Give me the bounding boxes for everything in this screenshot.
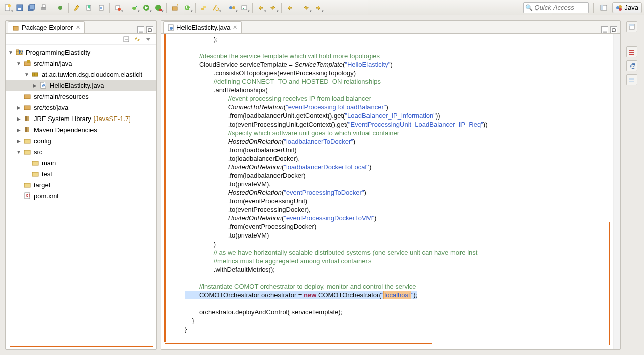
- svg-text:@: @: [630, 63, 635, 69]
- target-node[interactable]: ▶target: [6, 179, 156, 190]
- right-trim: @: [625, 20, 639, 350]
- svg-point-33: [619, 8, 622, 11]
- restore-view-button[interactable]: [626, 21, 637, 32]
- task-button[interactable]: ▾: [239, 2, 250, 13]
- svg-rect-7: [42, 5, 45, 7]
- outline-view-button[interactable]: @: [626, 60, 637, 71]
- open-perspective-button[interactable]: [598, 2, 609, 13]
- editor-panel: HelloElasticity.java ✕ ▁ ▢ ); //describe…: [161, 20, 621, 350]
- editor-tab-label: HelloElasticity.java: [176, 24, 230, 31]
- nav-prev-annot-button[interactable]: ▾: [255, 2, 266, 13]
- svg-point-25: [216, 8, 219, 11]
- svg-rect-54: [24, 139, 30, 143]
- debug-button[interactable]: ▾: [129, 2, 140, 13]
- nav-next-annot-button[interactable]: ▾: [267, 2, 279, 13]
- quick-access[interactable]: 🔍: [523, 2, 589, 13]
- package-node[interactable]: ▼at.ac.tuwien.dsg.cloudcom.elasticit: [6, 69, 156, 80]
- highlight-button[interactable]: [71, 2, 82, 13]
- print-button[interactable]: [38, 2, 49, 13]
- svg-rect-52: [25, 127, 27, 132]
- link-editor-button[interactable]: [133, 35, 141, 43]
- save-button[interactable]: [14, 2, 25, 13]
- maximize-button[interactable]: ▢: [146, 26, 153, 33]
- prev-edit-button[interactable]: [284, 2, 295, 13]
- toggle-mark-button[interactable]: [96, 2, 107, 13]
- maximize-button[interactable]: ▢: [610, 26, 617, 33]
- close-icon[interactable]: ✕: [76, 24, 80, 31]
- new-button[interactable]: ▾: [2, 2, 13, 13]
- workspace: Package Explorer ✕ ▁ ▢ ▼MProgrammingElas…: [0, 15, 644, 355]
- svg-marker-37: [146, 38, 150, 41]
- java-perspective-button[interactable]: Java: [612, 2, 642, 13]
- project-node[interactable]: ▼MProgrammingElasticity: [6, 47, 156, 58]
- src-main-resources-node[interactable]: ▶src/main/resources: [6, 91, 156, 102]
- svg-rect-57: [32, 172, 38, 176]
- svg-rect-58: [24, 183, 30, 187]
- main-toolbar: ▾ ▾ ▾ ▾ ▾ ✦ C▾ ▾ ▾ ▾ ▾ ▾ ▾ ▾ 🔍 Java: [0, 0, 644, 15]
- view-menu-button[interactable]: [144, 35, 152, 43]
- minimize-button[interactable]: ▁: [137, 26, 144, 33]
- svg-rect-53: [27, 127, 29, 132]
- svg-rect-42: [27, 60, 30, 63]
- close-icon[interactable]: ✕: [233, 24, 237, 31]
- src-main-java-node[interactable]: ▼src/main/java: [6, 58, 156, 69]
- bookmark-button[interactable]: [83, 2, 95, 13]
- svg-rect-56: [32, 161, 38, 165]
- sync-button[interactable]: ▾: [227, 2, 238, 13]
- src-node[interactable]: ▼src: [6, 146, 156, 157]
- back-button[interactable]: ▾: [301, 2, 312, 13]
- svg-text:C: C: [186, 4, 190, 11]
- svg-rect-50: [25, 116, 27, 121]
- save-all-button[interactable]: [26, 2, 37, 13]
- svg-text:xml: xml: [25, 192, 30, 199]
- svg-point-27: [232, 6, 235, 9]
- forward-button[interactable]: ▾: [313, 2, 324, 13]
- java-file-icon: [168, 24, 174, 31]
- editor-body[interactable]: ); //describe the service template which…: [161, 34, 620, 349]
- test-folder-node[interactable]: ▶test: [6, 168, 156, 179]
- open-type-button[interactable]: [198, 2, 209, 13]
- svg-rect-69: [629, 78, 634, 80]
- svg-point-13: [118, 8, 121, 11]
- svg-line-16: [136, 6, 137, 7]
- variables-view-button[interactable]: [626, 74, 637, 85]
- selected-text: localhost: [383, 291, 411, 299]
- package-explorer-panel: Package Explorer ✕ ▁ ▢ ▼MProgrammingElas…: [5, 20, 157, 350]
- gutter[interactable]: [161, 34, 181, 349]
- minimize-button[interactable]: ▁: [601, 26, 608, 33]
- svg-rect-64: [629, 24, 634, 26]
- run-button[interactable]: ▾: [141, 2, 152, 13]
- package-explorer-tab[interactable]: Package Explorer ✕: [8, 21, 85, 33]
- explorer-title: Package Explorer: [22, 24, 73, 31]
- search-button[interactable]: ▾: [210, 2, 221, 13]
- project-tree[interactable]: ▼MProgrammingElasticity ▼src/main/java ▼…: [6, 45, 156, 349]
- maven-deps-node[interactable]: ▶Maven Dependencies: [6, 124, 156, 135]
- svg-text:J: J: [43, 82, 46, 88]
- svg-rect-65: [629, 50, 634, 51]
- svg-rect-11: [100, 7, 102, 9]
- editor-diff-bar: [165, 343, 610, 344]
- file-node-selected[interactable]: ▶JHelloElasticity.java: [6, 80, 156, 91]
- editor-tabbar: HelloElasticity.java ✕ ▁ ▢: [161, 21, 620, 34]
- svg-line-15: [131, 6, 132, 7]
- pom-node[interactable]: ▶xmlpom.xml: [6, 190, 156, 201]
- jre-library-node[interactable]: ▶JRE System Library [JavaSE-1.7]: [6, 113, 156, 124]
- svg-rect-55: [24, 150, 30, 154]
- build-button[interactable]: ▾: [112, 2, 123, 13]
- breakpoint-button[interactable]: [55, 2, 66, 13]
- run-last-button[interactable]: ▾: [153, 2, 164, 13]
- editor-tab[interactable]: HelloElasticity.java ✕: [163, 21, 242, 33]
- src-test-java-node[interactable]: ▶src/test/java: [6, 102, 156, 113]
- task-list-view-button[interactable]: [626, 46, 637, 57]
- new-class-button[interactable]: C▾: [181, 2, 193, 13]
- new-package-button[interactable]: ✦: [169, 2, 180, 13]
- java-icon: [616, 4, 623, 11]
- main-folder-node[interactable]: ▶main: [6, 157, 156, 168]
- collapse-all-button[interactable]: [122, 35, 130, 43]
- svg-rect-3: [18, 8, 21, 10]
- config-node[interactable]: ▶config: [6, 135, 156, 146]
- code-area[interactable]: ); //describe the service template which…: [181, 34, 613, 349]
- svg-rect-70: [629, 81, 634, 82]
- quick-access-input[interactable]: [523, 2, 589, 13]
- overview-ruler[interactable]: [613, 34, 620, 349]
